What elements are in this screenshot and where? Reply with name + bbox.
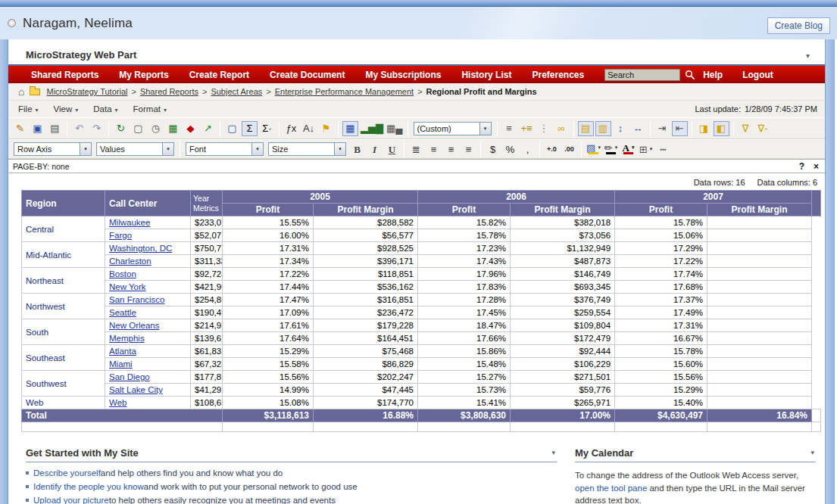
get-started-link-1[interactable]: Identify the people you know <box>33 482 144 491</box>
bold-icon[interactable]: B <box>349 142 365 157</box>
call-center-link[interactable]: Miami <box>109 359 133 369</box>
filter-icon[interactable]: ∇ <box>738 121 754 136</box>
close-icon[interactable]: × <box>814 161 819 172</box>
webpart-menu-chevron-icon[interactable]: ▾ <box>806 51 810 60</box>
export-excel-icon[interactable]: ▦ <box>165 121 181 136</box>
redo-icon[interactable]: ↷ <box>89 121 105 136</box>
bottom-border-icon[interactable]: ┅ <box>655 142 671 157</box>
create-blog-button[interactable]: Create Blog <box>767 17 830 34</box>
menubar-item-create-document[interactable]: Create Document <box>270 70 345 80</box>
add-toc-icon[interactable]: +≡ <box>519 121 535 136</box>
autofit-window-icon[interactable]: ⇤ <box>672 121 688 136</box>
folder-up-icon[interactable] <box>30 89 40 95</box>
menubar-item-shared-reports[interactable]: Shared Reports <box>31 70 98 80</box>
align-left-icon[interactable]: ≡ <box>426 142 442 157</box>
menubar-item-preferences[interactable]: Preferences <box>532 70 584 80</box>
underline-icon[interactable]: U <box>384 142 400 157</box>
menubar-item-help[interactable]: Help <box>703 70 723 80</box>
percent-icon[interactable]: % <box>502 142 518 157</box>
breadcrumb-link-0[interactable]: MicroStrategy Tutorial <box>46 87 127 96</box>
align-center-icon[interactable]: ≡ <box>443 142 459 157</box>
grid-graph-view-icon[interactable]: ▦▄ <box>386 121 404 136</box>
remove-filter-icon[interactable]: ∇- <box>755 121 771 136</box>
banding-columns-icon[interactable]: ▥ <box>595 121 611 136</box>
get-started-link-2[interactable]: Upload your picture <box>33 496 109 504</box>
increase-decimal-icon[interactable]: +.0 <box>544 142 560 157</box>
call-center-link[interactable]: Fargo <box>109 231 132 240</box>
comma-icon[interactable]: , <box>520 142 536 157</box>
breadcrumb-link-3[interactable]: Enterprise Performance Management <box>275 87 414 96</box>
graph-view-icon[interactable]: ▂▅▇ <box>360 121 384 136</box>
call-center-link[interactable]: Washington, DC <box>109 244 172 253</box>
call-center-link[interactable]: Web <box>109 398 126 407</box>
call-center-link[interactable]: Milwaukee <box>109 218 150 227</box>
help-icon[interactable]: ? <box>799 161 804 172</box>
search-icon[interactable] <box>685 70 695 80</box>
get-started-link-0[interactable]: Describe yourself <box>33 468 101 478</box>
year-header-2007[interactable]: 2007 <box>615 191 812 204</box>
call-center-link[interactable]: Boston <box>109 269 136 278</box>
row-axis-select[interactable]: Row Axis▾ <box>14 142 92 156</box>
refresh-icon[interactable]: ↻ <box>113 121 129 136</box>
menubar-item-logout[interactable]: Logout <box>742 70 773 80</box>
call-center-link[interactable]: New Orleans <box>109 321 159 330</box>
menubar-item-my-subscriptions[interactable]: My Subscriptions <box>365 70 441 80</box>
values-select[interactable]: Values▾ <box>96 142 174 156</box>
toc-icon[interactable]: ≡ <box>501 121 517 136</box>
pageby-panel-icon[interactable]: ⋮ <box>536 121 552 136</box>
call-center-link[interactable]: New York <box>109 282 146 291</box>
outline-icon[interactable]: ◨ <box>696 121 712 136</box>
autosize-columns-icon[interactable]: ⇥ <box>654 121 670 136</box>
wrap-text-icon[interactable]: ≣ <box>408 142 424 157</box>
sigma-icon[interactable]: Σ <box>242 121 258 136</box>
currency-icon[interactable]: $ <box>485 142 501 157</box>
draw-color-icon[interactable]: ✏▾ <box>603 142 619 157</box>
insert-filter-icon[interactable]: ⚑ <box>318 121 334 136</box>
search-input[interactable] <box>604 69 680 81</box>
font-select[interactable]: Font▾ <box>186 142 264 156</box>
home-icon[interactable]: ⌂ <box>18 86 24 97</box>
formulas-icon[interactable]: ƒx <box>283 121 299 136</box>
region-column-header[interactable]: Region <box>22 191 105 216</box>
profit-margin-header[interactable]: Profit Margin <box>511 204 615 216</box>
schedule-icon[interactable]: ◷ <box>148 121 164 136</box>
save-icon[interactable]: ▣ <box>30 121 45 136</box>
design-icon[interactable]: ✎ <box>12 121 28 136</box>
fill-color-icon[interactable]: ▨▾ <box>586 142 601 157</box>
align-right-icon[interactable]: ≡ <box>461 142 476 157</box>
webpart-menu-chevron-icon[interactable]: ▾ <box>551 449 555 456</box>
menu-data[interactable]: Data▾ <box>93 104 117 114</box>
grid-options-icon[interactable]: ▢ <box>224 121 240 136</box>
print-icon[interactable]: ▤ <box>47 121 63 136</box>
call-center-link[interactable]: Charleston <box>109 257 151 266</box>
find-icon[interactable]: ∞ <box>554 121 570 136</box>
menu-file[interactable]: File▾ <box>18 104 39 114</box>
menu-view[interactable]: View▾ <box>54 104 79 114</box>
call-center-link[interactable]: Seattle <box>109 308 136 317</box>
decrease-decimal-icon[interactable]: .00 <box>561 142 577 157</box>
call-center-link[interactable]: Atlanta <box>109 347 136 356</box>
add-to-history-icon[interactable]: ▢ <box>130 121 146 136</box>
borders-icon[interactable]: ⊞▾ <box>638 142 654 157</box>
fit-columns-icon[interactable]: ↔ <box>630 121 646 136</box>
sort-icon[interactable]: A↓ <box>301 121 317 136</box>
italic-icon[interactable]: I <box>367 142 383 157</box>
call-center-column-header[interactable]: Call Center <box>105 191 191 216</box>
grid-view-icon[interactable]: ▦ <box>342 121 358 136</box>
profit-margin-header[interactable]: Profit Margin <box>314 204 418 216</box>
breadcrumb-link-1[interactable]: Shared Reports <box>140 87 198 96</box>
merge-headers-icon[interactable]: ◧ <box>714 121 729 136</box>
export-pdf-icon[interactable]: ◆ <box>183 121 198 136</box>
banding-rows-icon[interactable]: ▤ <box>578 121 594 136</box>
export-icon[interactable]: ↗ <box>200 121 216 136</box>
menubar-item-history-list[interactable]: History List <box>461 70 511 80</box>
fit-rows-icon[interactable]: ↕ <box>613 121 629 136</box>
breadcrumb-link-2[interactable]: Subject Areas <box>211 87 262 96</box>
call-center-link[interactable]: San Diego <box>109 372 150 381</box>
size-select[interactable]: Size▾ <box>268 142 346 156</box>
view-style-select[interactable]: (Custom)▾ <box>414 122 492 135</box>
call-center-link[interactable]: Memphis <box>109 334 145 343</box>
font-color-icon[interactable]: A▾ <box>620 142 636 157</box>
call-center-link[interactable]: San Francisco <box>109 295 165 304</box>
call-center-link[interactable]: Salt Lake City <box>109 385 163 394</box>
